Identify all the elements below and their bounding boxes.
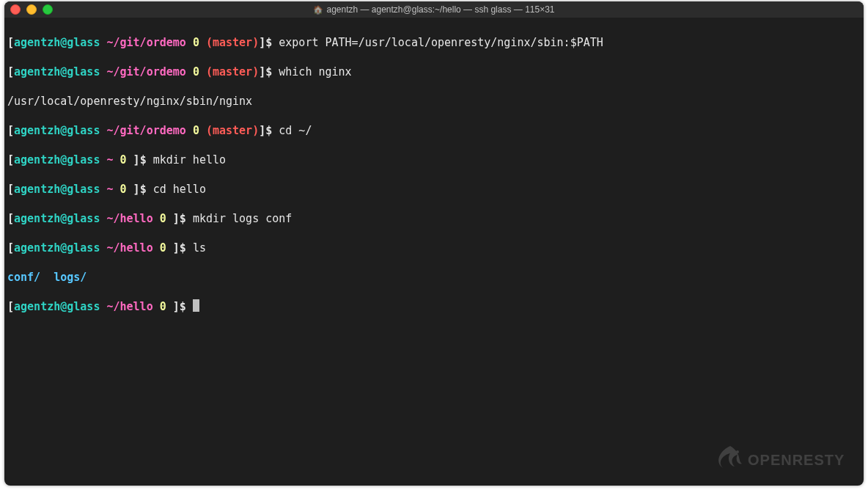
command-text: export PATH=/usr/local/openresty/nginx/s…: [279, 36, 603, 49]
terminal-line: [agentzh@glass ~ 0 ]$ mkdir hello: [7, 153, 861, 167]
close-icon[interactable]: [10, 4, 21, 15]
window-title-text: agentzh — agentzh@glass:~/hello — ssh gl…: [326, 4, 554, 15]
terminal-line: [agentzh@glass ~/git/ordemo 0 (master)]$…: [7, 65, 861, 79]
terminal-line: [agentzh@glass ~/hello 0 ]$: [7, 299, 861, 314]
directory-listing: conf/: [7, 271, 40, 284]
openresty-watermark: OPENRESTY: [713, 440, 852, 477]
terminal-line: [agentzh@glass ~ 0 ]$ cd hello: [7, 182, 861, 197]
terminal-line: [agentzh@glass ~/hello 0 ]$ mkdir logs c…: [7, 211, 861, 226]
svg-point-0: [736, 450, 739, 453]
terminal-window: 🏠 agentzh — agentzh@glass:~/hello — ssh …: [4, 1, 864, 486]
command-text: cd ~/: [279, 124, 312, 137]
minimize-icon[interactable]: [26, 4, 37, 15]
command-text: mkdir hello: [153, 153, 226, 167]
terminal-line: [agentzh@glass ~/git/ordemo 0 (master)]$…: [7, 35, 861, 50]
command-text: ls: [193, 241, 206, 255]
command-text: which nginx: [279, 65, 351, 78]
home-icon: 🏠: [313, 5, 323, 15]
terminal-body[interactable]: [agentzh@glass ~/git/ordemo 0 (master)]$…: [4, 18, 864, 346]
command-text: cd hello: [153, 183, 206, 196]
cursor-icon: [193, 299, 199, 312]
window-title: 🏠 agentzh — agentzh@glass:~/hello — ssh …: [4, 4, 864, 15]
terminal-line: [agentzh@glass ~/hello 0 ]$ ls: [7, 241, 861, 255]
traffic-lights: [10, 4, 53, 15]
terminal-line: [agentzh@glass ~/git/ordemo 0 (master)]$…: [7, 123, 861, 138]
directory-listing: logs/: [54, 271, 87, 284]
terminal-output: conf/ logs/: [7, 270, 861, 285]
zoom-icon[interactable]: [43, 4, 53, 15]
terminal-output: /usr/local/openresty/nginx/sbin/nginx: [7, 94, 861, 109]
svg-text:OPENRESTY: OPENRESTY: [748, 452, 845, 468]
titlebar: 🏠 agentzh — agentzh@glass:~/hello — ssh …: [4, 1, 864, 18]
command-text: mkdir logs conf: [193, 212, 292, 225]
